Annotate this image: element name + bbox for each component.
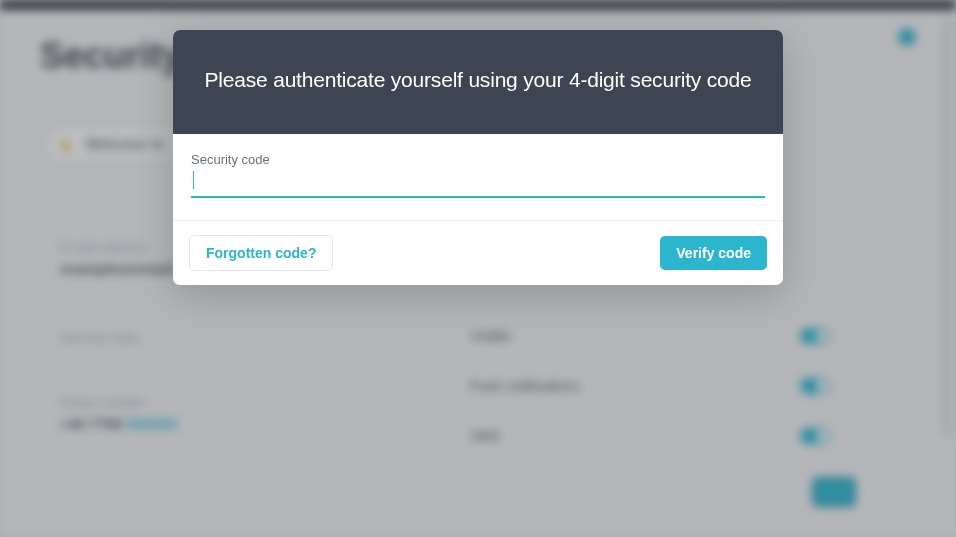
modal-body: Security code <box>173 134 783 220</box>
modal-overlay: Please authenticate yourself using your … <box>0 0 956 537</box>
verify-code-button[interactable]: Verify code <box>660 236 767 270</box>
modal-header: Please authenticate yourself using your … <box>173 30 783 134</box>
modal-title: Please authenticate yourself using your … <box>201 68 755 92</box>
modal-footer: Forgotten code? Verify code <box>173 220 783 285</box>
auth-modal: Please authenticate yourself using your … <box>173 30 783 285</box>
forgotten-code-button[interactable]: Forgotten code? <box>189 235 333 271</box>
security-code-input[interactable] <box>191 169 765 198</box>
security-code-label: Security code <box>191 152 765 167</box>
security-code-field-wrap <box>191 169 765 198</box>
